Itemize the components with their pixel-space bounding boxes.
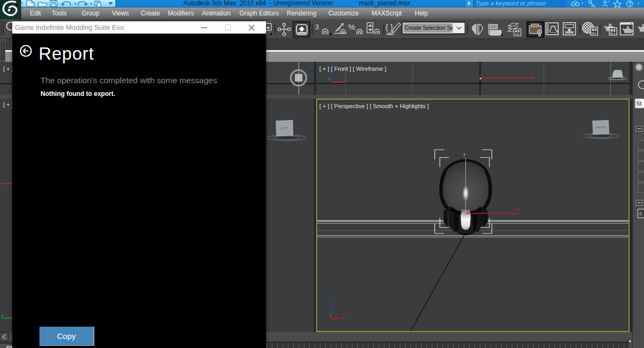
svg-text:[ + ] [ Perspective ] [ Smooth: [ + ] [ Perspective ] [ Smooth + Highlig… [319,103,429,109]
svg-text:St: St [636,100,641,107]
svg-text:Type a keyword or phrase: Type a keyword or phrase [476,0,546,6]
svg-text:y: y [1,313,4,318]
svg-text:[ + ] [ Front ] [ Wireframe ]: [ + ] [ Front ] [ Wireframe ] [319,66,387,72]
svg-text:y: y [327,76,331,81]
svg-text:%: % [348,22,355,31]
svg-text:{ }: { } [385,22,393,31]
svg-text:3: 3 [315,23,319,31]
svg-text:x: x [344,77,346,82]
svg-text:x: x [517,207,519,212]
svg-text:LEFT: LEFT [280,126,288,130]
svg-text:FRONT: FRONT [595,126,607,130]
svg-text:ABC: ABC [387,32,395,36]
svg-text:x: x [532,72,534,77]
svg-text:d: d [639,211,642,216]
svg-text:z: z [463,152,466,157]
svg-text:Create Selection Se: Create Selection Se [405,25,454,31]
svg-text:z: z [329,300,332,305]
svg-text:y: y [466,207,469,212]
svg-text:y: y [329,312,332,318]
svg-text:y: y [480,73,482,77]
